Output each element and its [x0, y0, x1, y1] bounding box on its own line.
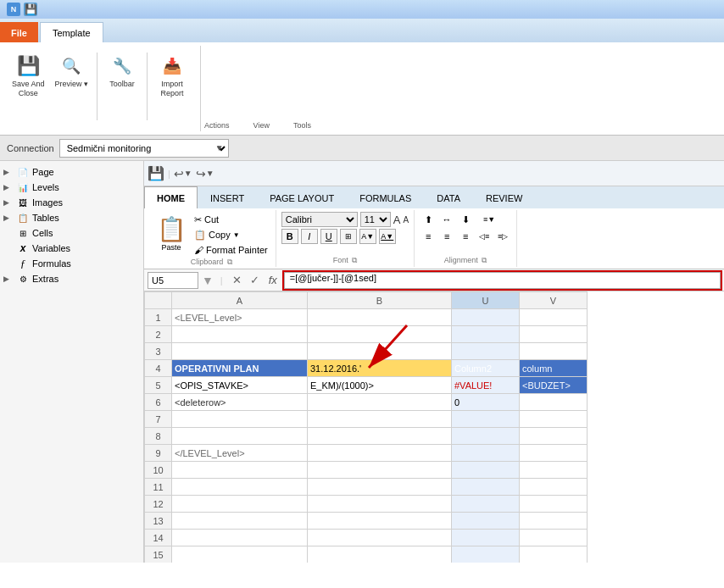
grid-cell[interactable] [452, 428, 520, 445]
grid-cell[interactable] [520, 411, 588, 428]
bold-button[interactable]: B [281, 229, 298, 244]
grid-cell[interactable] [172, 411, 308, 428]
font-grow-icon[interactable]: A [393, 214, 401, 226]
grid-cell[interactable] [308, 394, 452, 411]
tab-file[interactable]: File [0, 22, 38, 42]
font-shrink-icon[interactable]: A [403, 215, 409, 225]
grid-cell[interactable]: 31.12.2016.' [308, 360, 452, 377]
save-icon-titlebar[interactable]: 💾 [24, 3, 37, 16]
grid-cell[interactable] [520, 462, 588, 479]
grid-cell[interactable] [308, 479, 452, 496]
sidebar-item-variables[interactable]: x Variables [0, 241, 143, 256]
align-left-button[interactable]: ≡ [420, 229, 437, 244]
connection-select[interactable]: Sedmični monitoring [59, 139, 229, 158]
grid-cell[interactable] [520, 546, 588, 563]
grid-cell[interactable] [520, 309, 588, 326]
toolbar-button[interactable]: 🔧 Toolbar [101, 49, 143, 92]
excel-tab-insert[interactable]: INSERT [198, 186, 257, 208]
sidebar-item-extras[interactable]: ▶ ⚙ Extras [0, 271, 143, 286]
excel-save-icon[interactable]: 💾 [148, 165, 164, 181]
grid-cell[interactable] [452, 546, 520, 563]
grid-cell[interactable] [520, 326, 588, 343]
grid-cell[interactable] [520, 496, 588, 513]
grid-cell[interactable]: column [520, 360, 588, 377]
sidebar-item-tables[interactable]: ▶ 📋 Tables [0, 210, 143, 225]
grid-cell[interactable] [308, 546, 452, 563]
grid-cell[interactable] [520, 343, 588, 360]
format-painter-button[interactable]: 🖌 Format Painter [192, 242, 270, 258]
grid-cell[interactable] [172, 530, 308, 546]
grid-cell[interactable] [308, 530, 452, 546]
align-center-button[interactable]: ≡ [438, 229, 455, 244]
clipboard-expand-icon[interactable]: ⧉ [227, 258, 232, 266]
decrease-indent-button[interactable]: ◁≡ [476, 229, 493, 244]
grid-cell[interactable] [452, 530, 520, 546]
grid-cell[interactable] [308, 411, 452, 428]
grid-cell[interactable] [172, 343, 308, 360]
grid-cell[interactable]: 0 [452, 394, 520, 411]
grid-cell[interactable] [308, 343, 452, 360]
font-color-button[interactable]: A▼ [379, 229, 396, 244]
grid-cell[interactable] [308, 326, 452, 343]
font-expand-icon[interactable]: ⧉ [352, 256, 357, 264]
underline-button[interactable]: U [320, 229, 337, 244]
sidebar-item-levels[interactable]: ▶ 📊 Levels [0, 180, 143, 195]
alignment-expand-icon[interactable]: ⧉ [482, 256, 487, 264]
col-header-v[interactable]: V [520, 292, 588, 309]
paste-button[interactable]: 📋 Paste [153, 213, 190, 257]
sidebar-item-page[interactable]: ▶ 📄 Page [0, 164, 143, 180]
grid-cell[interactable]: Column2 [452, 360, 520, 377]
border-button[interactable]: ⊞ [340, 229, 357, 244]
align-right-button[interactable]: ≡ [457, 229, 474, 244]
grid-cell[interactable]: #VALUE! [452, 377, 520, 394]
undo-button[interactable]: ↩ [174, 167, 184, 180]
copy-button[interactable]: 📋 Copy ▼ [192, 227, 270, 242]
grid-cell[interactable] [308, 445, 452, 462]
grid-cell[interactable] [452, 445, 520, 462]
redo-button[interactable]: ↪ [196, 167, 206, 180]
grid-cell[interactable]: OPERATIVNI PLAN [172, 360, 308, 377]
grid-container[interactable]: A B U V 1<LEVEL_Level>234OPERATIVNI PLAN… [144, 291, 724, 563]
grid-cell[interactable]: <BUDZET> [520, 377, 588, 394]
grid-cell[interactable] [520, 513, 588, 530]
grid-cell[interactable] [172, 326, 308, 343]
preview-button[interactable]: 🔍 Preview ▾ [50, 49, 94, 92]
formula-confirm-button[interactable]: ✓ [248, 274, 262, 286]
grid-cell[interactable] [172, 479, 308, 496]
grid-cell[interactable] [308, 513, 452, 530]
grid-cell[interactable] [452, 513, 520, 530]
grid-cell[interactable] [172, 496, 308, 513]
italic-button[interactable]: I [301, 229, 318, 244]
grid-cell[interactable] [520, 530, 588, 546]
grid-cell[interactable] [520, 394, 588, 411]
tab-template[interactable]: Template [40, 22, 103, 42]
grid-cell[interactable] [172, 462, 308, 479]
save-and-close-button[interactable]: 💾 Save AndClose [7, 49, 50, 102]
grid-cell[interactable] [520, 445, 588, 462]
grid-cell[interactable] [452, 309, 520, 326]
cut-button[interactable]: ✂ Cut [192, 212, 270, 227]
import-report-button[interactable]: 📥 ImportReport [151, 49, 193, 102]
grid-cell[interactable] [520, 479, 588, 496]
grid-cell[interactable]: <deleterow> [172, 394, 308, 411]
grid-cell[interactable] [452, 479, 520, 496]
grid-cell[interactable] [308, 462, 452, 479]
formula-input[interactable]: =[@[jučer-]]-[@1sed] [284, 272, 721, 289]
sidebar-item-cells[interactable]: ⊞ Cells [0, 225, 143, 241]
font-name-select[interactable]: Calibri [281, 212, 358, 227]
excel-tab-data[interactable]: DATA [424, 186, 473, 208]
grid-cell[interactable] [452, 411, 520, 428]
align-middle-button[interactable]: ↔ [438, 212, 455, 227]
cell-ref-box[interactable]: U5 [148, 272, 198, 289]
grid-cell[interactable]: <OPIS_STAVKE> [172, 377, 308, 394]
excel-tab-review[interactable]: REVIEW [473, 186, 535, 208]
col-header-a[interactable]: A [172, 292, 308, 309]
grid-cell[interactable]: <LEVEL_Level> [172, 309, 308, 326]
grid-cell[interactable] [308, 496, 452, 513]
wrap-text-button[interactable]: ≡▼ [481, 212, 498, 227]
grid-cell[interactable]: E_KM)/(1000)> [308, 377, 452, 394]
grid-cell[interactable] [308, 428, 452, 445]
sidebar-item-formulas[interactable]: ƒ Formulas [0, 256, 143, 271]
sidebar-item-images[interactable]: ▶ 🖼 Images [0, 195, 143, 210]
col-header-u[interactable]: U [452, 292, 520, 309]
